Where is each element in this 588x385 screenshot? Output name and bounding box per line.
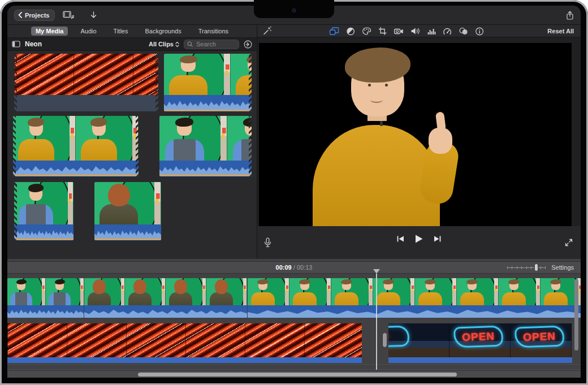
lavalier-mic (380, 121, 383, 126)
clip-thumbnail (94, 182, 161, 224)
neon-clip-connector-bar (7, 357, 362, 363)
timeline-clip-boy-yellow[interactable] (248, 278, 581, 318)
search-field[interactable] (184, 40, 239, 49)
imovie-window: Projects My Media Audio Titles Backgroun… (7, 6, 581, 378)
clip-man-raglan-2[interactable] (14, 182, 74, 240)
play-icon[interactable] (414, 234, 423, 244)
clip-audio (164, 95, 252, 111)
open-sign-frame: O (388, 325, 409, 348)
timeline-vertical-scrollbar[interactable] (574, 279, 578, 351)
go-to-end-icon[interactable] (434, 235, 441, 243)
open-sign-frame: OPEN (514, 325, 565, 348)
project-title: Neon (25, 40, 42, 48)
clip-info-icon[interactable] (475, 27, 484, 36)
tab-titles[interactable]: Titles (109, 27, 133, 36)
timeline-zoom-slider[interactable] (507, 263, 546, 271)
sidebar-toggle-icon[interactable] (12, 41, 20, 47)
clip-neon-thumbnail (14, 54, 158, 95)
browser-options-icon[interactable] (244, 40, 252, 49)
clip-man-raglan-1[interactable] (159, 116, 252, 176)
video-overlay-icon[interactable] (330, 27, 339, 35)
clip-thumbnail (14, 182, 74, 224)
laptop-frame: Projects My Media Audio Titles Backgroun… (0, 0, 588, 385)
timecode-display: 00:09 / 00:13 (276, 264, 313, 271)
clip-neon-audio (14, 95, 158, 111)
chevron-left-icon (18, 12, 22, 18)
preview-viewer[interactable] (259, 43, 572, 226)
search-icon (187, 41, 193, 47)
color-balance-icon[interactable] (347, 27, 355, 36)
clip-filter-dropdown[interactable]: All Clips (149, 41, 179, 47)
open-sign-frame: OPEN (453, 325, 504, 348)
clip-audio (94, 224, 161, 240)
clip-boy-yellow-2[interactable] (13, 116, 139, 176)
crop-icon[interactable] (379, 27, 387, 35)
transition-handle[interactable] (382, 332, 387, 348)
playhead-handle[interactable] (373, 269, 380, 274)
playback-bar (257, 226, 581, 259)
viewer-panel: Reset All (257, 25, 581, 259)
import-icon[interactable] (90, 11, 97, 19)
transport-controls (397, 226, 441, 251)
timeline-horizontal-scrollbar[interactable] (7, 370, 581, 378)
share-icon[interactable] (566, 11, 574, 20)
timeline-clip-raglan[interactable] (7, 278, 84, 318)
timeline-clip-redhead[interactable] (84, 278, 247, 318)
adjustment-toolbar: Reset All (257, 25, 581, 37)
timeline-clip-audio (7, 305, 84, 318)
timeline-clip-audio (84, 305, 247, 318)
go-to-start-icon[interactable] (397, 235, 404, 243)
zoom-slider-thumb[interactable] (534, 263, 538, 271)
playhead[interactable] (376, 274, 377, 370)
tab-audio[interactable]: Audio (76, 27, 101, 36)
timeline: 00:09 / 00:13 Settings (7, 259, 581, 378)
open-clip-connector-bar (388, 357, 572, 363)
timeline-header: 00:09 / 00:13 Settings (7, 261, 581, 274)
color-correction-icon[interactable] (362, 27, 371, 35)
voiceover-mic-icon[interactable] (264, 237, 271, 248)
browser-tabs: My Media Audio Titles Backgrounds Transi… (7, 25, 257, 37)
adjust-tools (330, 25, 484, 37)
total-duration: 00:13 (297, 264, 313, 271)
media-browser: My Media Audio Titles Backgrounds Transi… (7, 25, 257, 259)
clip-audio (159, 161, 252, 176)
settings-button[interactable]: Settings (551, 264, 574, 271)
browser-header: Neon All Clips (7, 37, 257, 51)
reset-all-button[interactable]: Reset All (547, 25, 574, 37)
current-time: 00:09 (276, 264, 292, 271)
thumbs-up-hand (429, 128, 452, 154)
media-clips-grid (7, 51, 257, 259)
tab-transitions[interactable]: Transitions (194, 27, 233, 36)
clip-thumbnail (164, 54, 252, 95)
noise-equalizer-icon[interactable] (427, 28, 436, 35)
clip-neon-background[interactable] (14, 54, 158, 111)
search-input[interactable] (195, 40, 235, 48)
clip-audio (13, 161, 139, 176)
main-area: My Media Audio Titles Backgrounds Transi… (7, 25, 581, 259)
webcam-dot (292, 8, 296, 12)
tab-my-media[interactable]: My Media (31, 27, 68, 36)
fullscreen-icon[interactable] (565, 239, 573, 246)
clip-audio (14, 224, 74, 240)
clip-thumbnail (159, 116, 252, 161)
clip-filter-icon[interactable] (459, 27, 468, 35)
clip-woman-redhead[interactable] (94, 182, 161, 240)
tab-backgrounds[interactable]: Backgrounds (140, 27, 185, 36)
scrollbar-thumb[interactable] (138, 373, 457, 377)
clip-boy-yellow-1[interactable] (164, 54, 252, 111)
enhance-icon[interactable] (263, 27, 271, 35)
volume-icon[interactable] (411, 27, 420, 35)
camera-notch (254, 0, 334, 18)
projects-back-label: Projects (25, 12, 49, 19)
media-library-icon[interactable] (63, 11, 74, 19)
timeline-clip-open-sign[interactable]: O OPEN OPEN (388, 323, 572, 357)
timeline-clip-neon-background[interactable] (7, 323, 362, 357)
chevron-up-down-icon (175, 41, 179, 47)
clip-thumbnail (13, 116, 139, 161)
speed-icon[interactable] (443, 28, 452, 35)
projects-back-button[interactable]: Projects (14, 10, 55, 21)
stabilization-icon[interactable] (394, 28, 404, 35)
timeline-clip-audio (248, 305, 581, 318)
